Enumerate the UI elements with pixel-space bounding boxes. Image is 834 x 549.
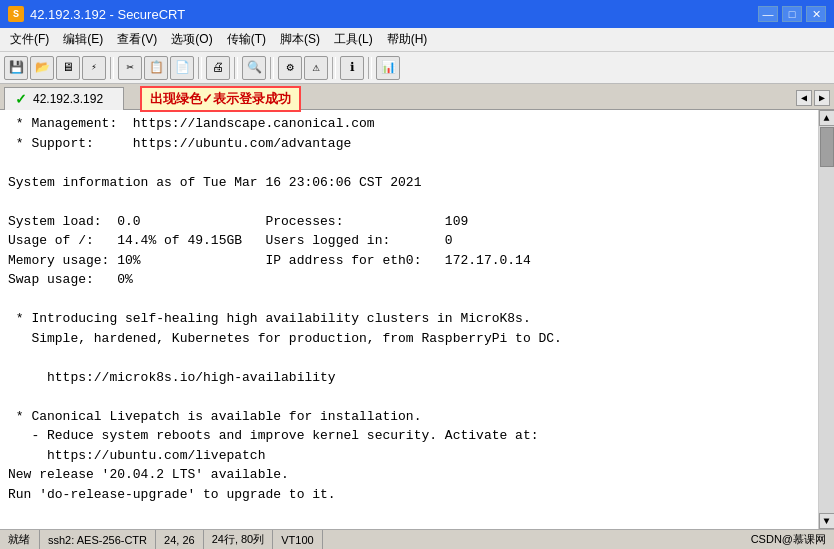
print-button[interactable]: 🖨 — [206, 56, 230, 80]
tab-address: 42.192.3.192 — [33, 92, 103, 106]
cut-button[interactable]: ✂ — [118, 56, 142, 80]
info-button[interactable]: ℹ — [340, 56, 364, 80]
menu-file[interactable]: 文件(F) — [4, 29, 55, 50]
status-watermark: CSDN@慕课网 — [743, 530, 834, 549]
window-title: 42.192.3.192 - SecureCRT — [30, 7, 185, 22]
open-button[interactable]: 📂 — [30, 56, 54, 80]
login-annotation: 出现绿色✓表示登录成功 — [140, 86, 301, 112]
menu-bar: 文件(F) 编辑(E) 查看(V) 选项(O) 传输(T) 脚本(S) 工具(L… — [0, 28, 834, 52]
minimize-button[interactable]: — — [758, 6, 778, 22]
separator-6 — [368, 57, 372, 79]
save-button[interactable]: 💾 — [4, 56, 28, 80]
menu-transfer[interactable]: 传输(T) — [221, 29, 272, 50]
title-bar: S 42.192.3.192 - SecureCRT — □ ✕ — [0, 0, 834, 28]
scroll-up-button[interactable]: ▲ — [819, 110, 835, 126]
find-button[interactable]: 🔍 — [242, 56, 266, 80]
maximize-button[interactable]: □ — [782, 6, 802, 22]
separator-4 — [270, 57, 274, 79]
separator-5 — [332, 57, 336, 79]
session-tab[interactable]: ✓ 42.192.3.192 — [4, 87, 124, 110]
tab-nav-right[interactable]: ▶ — [814, 90, 830, 106]
status-position: 24, 26 — [156, 530, 204, 549]
scroll-down-button[interactable]: ▼ — [819, 513, 835, 529]
connect-button[interactable]: 🖥 — [56, 56, 80, 80]
status-terminal-type: VT100 — [273, 530, 322, 549]
connection-status-icon: ✓ — [15, 91, 27, 107]
tab-bar: ✓ 42.192.3.192 出现绿色✓表示登录成功 ◀ ▶ — [0, 84, 834, 110]
separator-3 — [234, 57, 238, 79]
separator-1 — [110, 57, 114, 79]
settings-button[interactable]: ⚙ — [278, 56, 302, 80]
status-bar: 就绪 ssh2: AES-256-CTR 24, 26 24行, 80列 VT1… — [0, 529, 834, 549]
stats-button[interactable]: 📊 — [376, 56, 400, 80]
menu-edit[interactable]: 编辑(E) — [57, 29, 109, 50]
menu-tools[interactable]: 工具(L) — [328, 29, 379, 50]
copy-button[interactable]: 📋 — [144, 56, 168, 80]
status-ready: 就绪 — [0, 530, 40, 549]
toolbar: 💾 📂 🖥 ⚡ ✂ 📋 📄 🖨 🔍 ⚙ ⚠ ℹ 📊 — [0, 52, 834, 84]
app-icon: S — [8, 6, 24, 22]
tab-nav-left[interactable]: ◀ — [796, 90, 812, 106]
menu-view[interactable]: 查看(V) — [111, 29, 163, 50]
warning-button[interactable]: ⚠ — [304, 56, 328, 80]
quick-connect-button[interactable]: ⚡ — [82, 56, 106, 80]
menu-options[interactable]: 选项(O) — [165, 29, 218, 50]
terminal-output[interactable]: * Management: https://landscape.canonica… — [0, 110, 818, 529]
scrollbar-thumb — [820, 127, 834, 167]
scrollbar-track[interactable] — [819, 126, 835, 513]
scrollbar[interactable]: ▲ ▼ — [818, 110, 834, 529]
status-lines-cols: 24行, 80列 — [204, 530, 274, 549]
menu-help[interactable]: 帮助(H) — [381, 29, 434, 50]
paste-button[interactable]: 📄 — [170, 56, 194, 80]
separator-2 — [198, 57, 202, 79]
status-encryption: ssh2: AES-256-CTR — [40, 530, 156, 549]
close-button[interactable]: ✕ — [806, 6, 826, 22]
menu-script[interactable]: 脚本(S) — [274, 29, 326, 50]
